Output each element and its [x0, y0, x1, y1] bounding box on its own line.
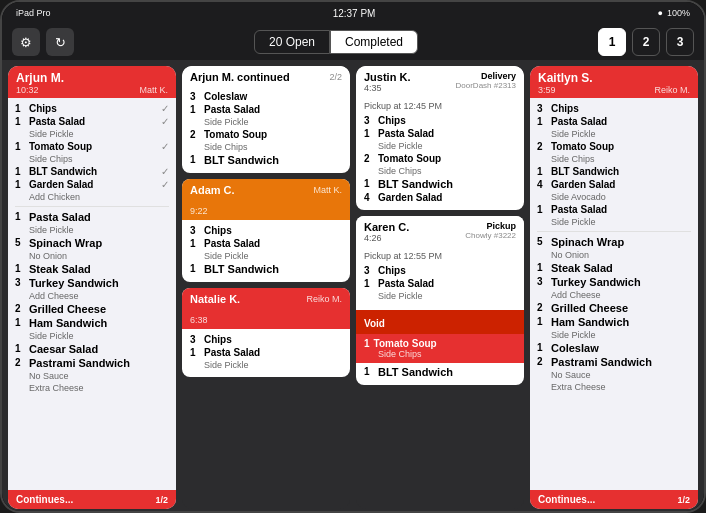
status-bar: iPad Pro 12:37 PM ● 100% [2, 2, 704, 24]
page-3-button[interactable]: 3 [666, 28, 694, 56]
card-header-adam: Adam C. Matt K. [182, 179, 350, 199]
col4-footer-label: Continues... [538, 494, 595, 505]
list-item: 1 Caesar Salad [15, 343, 169, 355]
sub-item: Extra Cheese [551, 382, 691, 392]
card-body-karen-post-void: 1 BLT Sandwich [356, 363, 524, 385]
sub-item: Side Chips [29, 154, 169, 164]
sub-item: Side Chips [204, 142, 342, 152]
card-badge: 2/2 [329, 72, 342, 82]
list-item: 1 BLT Sandwich [190, 263, 342, 275]
sub-item: Side Pickle [204, 117, 342, 127]
sub-item: Side Pickle [29, 225, 169, 235]
list-item: 1 BLT Sandwich [364, 366, 516, 378]
sub-item: Add Cheese [551, 290, 691, 300]
column-kaitlyn: Kaitlyn S. 3:59 Reiko M. 3 Chips 1 Pasta… [530, 66, 698, 509]
col4-footer-badge: 1/2 [677, 495, 690, 505]
list-item: 2 Pastrami Sandwich [537, 356, 691, 368]
col4-staff: Reiko M. [654, 85, 690, 95]
card-justin: Justin K. 4:35 Delivery DoorDash #2313 P… [356, 66, 524, 210]
card-body-karen: Pickup at 12:55 PM 3 Chips 1 Pasta Salad… [356, 246, 524, 308]
column-cards: Arjun M. continued 2/2 3 Coleslaw 1 Past… [182, 66, 350, 509]
sub-item: No Onion [29, 251, 169, 261]
card-arjun-continued: Arjun M. continued 2/2 3 Coleslaw 1 Past… [182, 66, 350, 173]
card-staff-natalie: Reiko M. [306, 294, 342, 304]
card-header-karen: Karen C. 4:26 Pickup Chowly #3222 [356, 216, 524, 246]
list-item: 3 Chips [364, 115, 516, 126]
toolbar-left: ⚙ ↻ [12, 28, 74, 56]
sub-item: Side Avocado [551, 192, 691, 202]
delivery-badge-justin: Delivery [456, 71, 516, 81]
sub-item: Side Chips [378, 166, 516, 176]
sub-item: No Sauce [551, 370, 691, 380]
list-item: 3 Chips [190, 334, 342, 345]
divider [537, 231, 691, 232]
col1-sub: 10:32 Matt K. [16, 85, 168, 95]
list-item: 1 Pasta Salad [537, 204, 691, 215]
divider [15, 206, 169, 207]
card-body-justin: Pickup at 12:45 PM 3 Chips 1 Pasta Salad… [356, 96, 524, 210]
page-1-button[interactable]: 1 [598, 28, 626, 56]
card-time-natalie: 6:38 [182, 308, 350, 329]
delivery-badge-karen: Pickup [465, 221, 516, 231]
pickup-label-justin: Pickup at 12:45 PM [364, 101, 516, 111]
void-item-tomato: 1 Tomato Soup Side Chips [356, 334, 524, 363]
col1-staff: Matt K. [139, 85, 168, 95]
sub-item: Add Chicken [29, 192, 169, 202]
list-item: 2 Tomato Soup [190, 129, 342, 140]
sub-item: Side Pickle [378, 291, 516, 301]
list-item: 1 Pasta Salad [364, 128, 516, 139]
sub-item: Side Pickle [551, 330, 691, 340]
list-item: 1 Pasta Salad [190, 238, 342, 249]
list-item: 1 Pasta Salad [190, 104, 342, 115]
service-karen: Chowly #3222 [465, 231, 516, 240]
list-item: 2 Pastrami Sandwich [15, 357, 169, 369]
list-item: 1 Coleslaw [537, 342, 691, 354]
col1-footer-badge: 1/2 [155, 495, 168, 505]
card-header-arjun-cont: Arjun M. continued 2/2 [182, 66, 350, 86]
sub-item: Side Pickle [204, 251, 342, 261]
card-body-adam: 3 Chips 1 Pasta Salad Side Pickle 1 BLT … [182, 220, 350, 282]
clock: 12:37 PM [333, 8, 376, 19]
battery-info: ● 100% [658, 8, 690, 18]
col1-footer-label: Continues... [16, 494, 73, 505]
column-justin-karen: Justin K. 4:35 Delivery DoorDash #2313 P… [356, 66, 524, 509]
main-content: Arjun M. 10:32 Matt K. 1 Chips ✓ 1 Pasta… [2, 60, 704, 513]
list-item: 1 Pasta Salad [190, 347, 342, 358]
card-name-karen: Karen C. [364, 221, 409, 233]
col1-footer: Continues... 1/2 [8, 490, 176, 509]
col1-body: 1 Chips ✓ 1 Pasta Salad ✓ Side Pickle 1 … [8, 98, 176, 490]
card-adam: Adam C. Matt K. 9:22 3 Chips 1 Pasta Sal… [182, 179, 350, 282]
sub-item: Side Pickle [551, 217, 691, 227]
list-item: 4 Garden Salad [537, 179, 691, 190]
list-item: 1 Pasta Salad [537, 116, 691, 127]
card-karen: Karen C. 4:26 Pickup Chowly #3222 Pickup… [356, 216, 524, 385]
pickup-label-karen: Pickup at 12:55 PM [364, 251, 516, 261]
card-body-arjun-cont: 3 Coleslaw 1 Pasta Salad Side Pickle 2 T… [182, 86, 350, 173]
list-item: 2 Grilled Cheese [15, 303, 169, 315]
card-staff-adam: Matt K. [313, 185, 342, 195]
col1-name: Arjun M. [16, 71, 168, 85]
open-tab[interactable]: 20 Open [254, 30, 330, 54]
sub-item: Add Cheese [29, 291, 169, 301]
sub-item: Side Chips [551, 154, 691, 164]
list-item: 1 Pasta Salad [364, 278, 516, 289]
settings-button[interactable]: ⚙ [12, 28, 40, 56]
col4-header: Kaitlyn S. 3:59 Reiko M. [530, 66, 698, 98]
list-item: 2 Grilled Cheese [537, 302, 691, 314]
refresh-button[interactable]: ↻ [46, 28, 74, 56]
list-item: 1 Ham Sandwich [15, 317, 169, 329]
list-item: 3 Chips [364, 265, 516, 276]
sub-item: Side Pickle [29, 129, 169, 139]
col4-name: Kaitlyn S. [538, 71, 690, 85]
battery-level: 100% [667, 8, 690, 18]
card-time-karen: 4:26 [364, 233, 409, 243]
col1-time: 10:32 [16, 85, 39, 95]
page-2-button[interactable]: 2 [632, 28, 660, 56]
card-time-justin: 4:35 [364, 83, 410, 93]
list-item: 3 Chips [190, 225, 342, 236]
card-natalie: Natalie K. Reiko M. 6:38 3 Chips 1 Pasta… [182, 288, 350, 377]
toolbar-center: 20 Open Completed [82, 30, 590, 54]
completed-tab[interactable]: Completed [330, 30, 418, 54]
list-item: 5 Spinach Wrap [537, 236, 691, 248]
sub-item: Side Pickle [378, 141, 516, 151]
